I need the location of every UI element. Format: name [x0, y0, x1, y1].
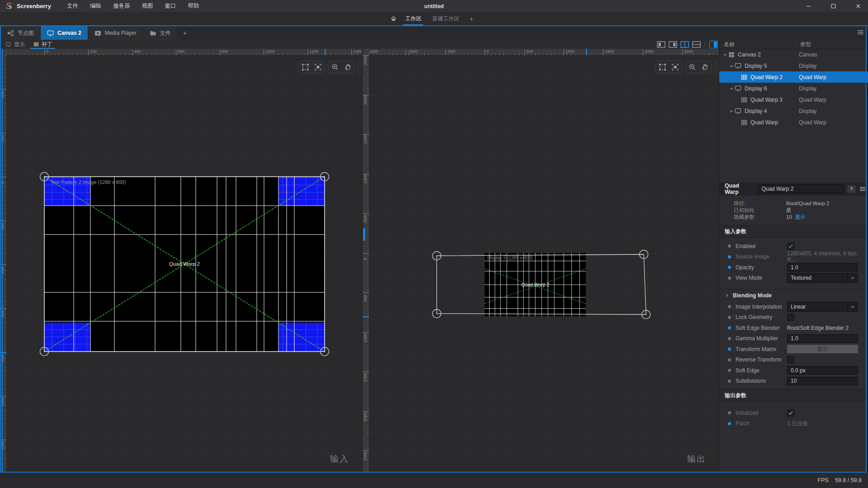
- param-port-dot[interactable]: [728, 255, 731, 258]
- tree-row-canvas-2[interactable]: Canvas 2Canvas: [719, 49, 868, 60]
- pan-tool-button[interactable]: [698, 61, 711, 73]
- comment-icon[interactable]: ?: [847, 185, 856, 193]
- panel-menu-icon[interactable]: [857, 28, 864, 36]
- menu-item-5[interactable]: 帮助: [182, 0, 205, 12]
- minimize-button[interactable]: [798, 0, 818, 12]
- param-checkbox[interactable]: [787, 356, 794, 363]
- param-port-dot[interactable]: [728, 244, 731, 248]
- param-port-dot[interactable]: [728, 266, 731, 269]
- param-label: View Mode: [736, 275, 762, 281]
- param-input[interactable]: [787, 377, 858, 385]
- ruler-label: -500: [363, 210, 368, 228]
- zoom-tool-button[interactable]: [686, 61, 698, 73]
- param-input[interactable]: [787, 334, 858, 343]
- menu-item-0[interactable]: 文件: [61, 0, 84, 12]
- ruler-label: 1400: [351, 49, 362, 55]
- info-value: 10: [786, 214, 792, 221]
- ruler-label: 1000: [363, 329, 368, 347]
- pan-tool-button[interactable]: [341, 61, 354, 73]
- fit-selection-button[interactable]: [669, 61, 681, 73]
- tree-row-display-4[interactable]: Display 4Display: [719, 105, 868, 117]
- workspace-frame-left: [0, 25, 1, 473]
- param-checkbox[interactable]: [787, 243, 794, 250]
- ruler-label: 600: [176, 49, 184, 55]
- zoom-tool-button[interactable]: [329, 61, 341, 73]
- param-port-dot[interactable]: [728, 411, 731, 414]
- param-port-dot[interactable]: [728, 422, 731, 425]
- add-panel-tab-button[interactable]: +: [178, 26, 192, 40]
- fit-all-button[interactable]: [299, 61, 311, 73]
- fit-all-button[interactable]: [656, 61, 669, 73]
- workspace-tab-1[interactable]: 新建工作区: [427, 12, 465, 25]
- menu-item-3[interactable]: 视图: [136, 0, 159, 12]
- close-button[interactable]: [848, 0, 868, 12]
- param-label: Soft Edge Blender: [736, 325, 779, 331]
- param-port-dot[interactable]: [728, 337, 731, 340]
- layout-right-pane-button[interactable]: [668, 41, 677, 48]
- param-port-dot[interactable]: [728, 316, 731, 319]
- param-select[interactable]: Linear: [787, 302, 858, 312]
- tree-row-quad-warp-3[interactable]: Quad Warp 3Quad Warp: [719, 94, 868, 105]
- param-port-dot[interactable]: [728, 380, 731, 383]
- menu-item-1[interactable]: 编辑: [84, 0, 107, 12]
- panel-tab-media-player[interactable]: Media Player: [88, 26, 143, 40]
- param-port-dot[interactable]: [728, 369, 731, 372]
- menu-item-4[interactable]: 窗口: [159, 0, 182, 12]
- group-blending-mode[interactable]: Blending Mode: [719, 289, 866, 301]
- tree-row-quad-warp[interactable]: Quad WarpQuad Warp: [719, 117, 868, 128]
- tree-row-display-6[interactable]: Display 6Display: [719, 83, 868, 94]
- expand-chevron-icon[interactable]: [729, 109, 735, 113]
- workspace-frame-top: [0, 25, 868, 26]
- layout-split-vertical-button[interactable]: [680, 41, 689, 48]
- maximize-button[interactable]: [823, 0, 843, 12]
- layout-split-horizontal-button[interactable]: [692, 41, 701, 48]
- param-row-lock-geometry: Lock Geometry: [719, 312, 866, 323]
- monitor-icon: [6, 42, 11, 47]
- show-hidden-params-link[interactable]: 显示: [795, 214, 806, 221]
- input-canvas[interactable]: Test Pattern 2.Image (1280 x 800) Quad W…: [6, 55, 362, 472]
- side-panel-toggle-button[interactable]: [709, 41, 718, 48]
- add-workspace-button[interactable]: +: [465, 15, 477, 23]
- param-select[interactable]: Textured: [787, 273, 858, 283]
- panel-tab-canvas-2[interactable]: Canvas 2: [41, 26, 88, 40]
- tree-row-display-5[interactable]: Display 5Display: [719, 60, 868, 71]
- inspector-menu-icon[interactable]: [859, 185, 866, 192]
- display-preview: Display 5 (1280 x 800) Quad Warp 2: [485, 253, 586, 316]
- tree-node-name: Display 4: [745, 108, 767, 114]
- view-options-button[interactable]: [359, 61, 362, 73]
- view-tab-0[interactable]: 显示: [1, 40, 29, 49]
- param-port-dot[interactable]: [728, 305, 731, 308]
- gridtable-icon: [33, 42, 38, 47]
- panel-tab-文件[interactable]: 文件: [143, 26, 178, 40]
- view-options-button[interactable]: [716, 61, 719, 73]
- menu-item-2[interactable]: 服务器: [107, 0, 136, 12]
- param-port-dot[interactable]: [728, 358, 731, 361]
- param-checkbox[interactable]: [787, 409, 794, 417]
- param-input[interactable]: [787, 366, 858, 375]
- param-port-dot[interactable]: [728, 326, 731, 329]
- workspace-tabs: 工作区新建工作区: [400, 12, 465, 25]
- workspace-tab-0[interactable]: 工作区: [400, 12, 427, 25]
- param-port-dot[interactable]: [728, 347, 731, 351]
- view-tab-1[interactable]: 补丁: [29, 40, 57, 49]
- ruler-scroll-thumb[interactable]: [363, 228, 365, 241]
- expand-chevron-icon[interactable]: [729, 64, 735, 68]
- output-canvas[interactable]: Display 5 (1280 x 800) Quad Warp 2: [369, 55, 719, 472]
- expand-chevron-icon[interactable]: [723, 52, 728, 57]
- gridtable-icon: [741, 74, 747, 80]
- panel-tab-节点图[interactable]: 节点图: [1, 26, 41, 40]
- tree-node-type: Canvas: [799, 52, 817, 58]
- ruler-label: 1000: [0, 393, 5, 411]
- monitor-icon: [735, 62, 741, 69]
- param-button[interactable]: 显示: [787, 345, 858, 353]
- home-icon[interactable]: [390, 15, 397, 22]
- tree-row-quad-warp-2[interactable]: Quad Warp 2Quad Warp: [719, 71, 868, 83]
- fit-selection-button[interactable]: [311, 61, 324, 73]
- node-name-input[interactable]: [758, 184, 844, 193]
- output-canvas-scene: Display 5 (1280 x 800) Quad Warp 2: [369, 55, 719, 472]
- layout-left-pane-button[interactable]: [656, 41, 665, 48]
- param-port-dot[interactable]: [728, 277, 731, 280]
- param-input[interactable]: [787, 263, 858, 272]
- expand-chevron-icon[interactable]: [729, 86, 735, 91]
- param-checkbox[interactable]: [787, 314, 794, 321]
